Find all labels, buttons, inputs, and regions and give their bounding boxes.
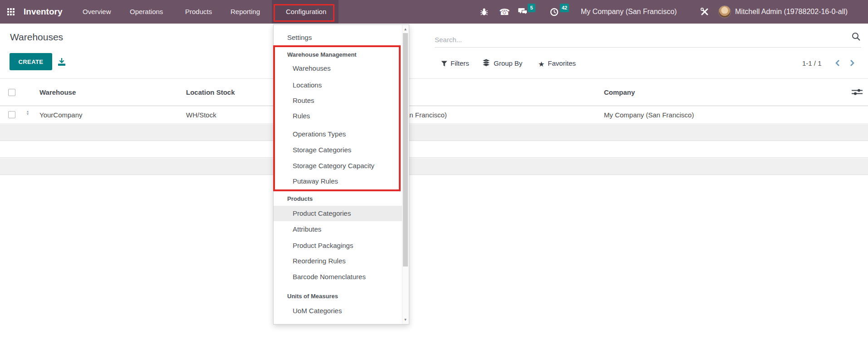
group-by-label: Group By bbox=[494, 59, 522, 67]
dropdown-scrollbar-thumb[interactable] bbox=[403, 33, 408, 266]
menu-item-barcode-nomenclatures[interactable]: Barcode Nomenclatures bbox=[293, 269, 366, 285]
menu-item-uom-categories[interactable]: UoM Categories bbox=[293, 303, 342, 319]
table-header-row: Warehouse Location Stock Company bbox=[0, 79, 868, 106]
row-drag-handle-icon[interactable]: ▲▼ bbox=[25, 110, 30, 116]
empty-stripe-3 bbox=[0, 158, 868, 175]
page-title: Warehouses bbox=[10, 32, 63, 43]
menu-section-warehouse-management: Warehouse Management bbox=[287, 47, 357, 63]
tools-icon[interactable] bbox=[700, 7, 709, 15]
optional-columns-sliders-icon[interactable] bbox=[851, 88, 863, 97]
nav-overview[interactable]: Overview bbox=[83, 0, 111, 24]
table-row[interactable]: ▲▼ YourCompany WH/Stock (San Francisco) … bbox=[0, 107, 868, 124]
empty-stripe-2 bbox=[0, 141, 868, 158]
nav-reporting[interactable]: Reporting bbox=[230, 0, 260, 24]
column-header-company[interactable]: Company bbox=[604, 79, 635, 106]
export-download-icon[interactable] bbox=[57, 58, 66, 68]
app-window: Inventory Overview Operations Products R… bbox=[0, 0, 868, 344]
menu-section-products: Products bbox=[287, 191, 313, 207]
favorites-label: Favorites bbox=[548, 59, 576, 67]
activity-count-badge[interactable]: 42 bbox=[560, 4, 569, 12]
configuration-dropdown-menu: Settings Warehouse Management Warehouses… bbox=[273, 24, 409, 325]
menu-item-storage-categories[interactable]: Storage Categories bbox=[293, 142, 351, 158]
menu-item-operations-types[interactable]: Operations Types bbox=[293, 126, 346, 142]
row-checkbox[interactable] bbox=[8, 111, 15, 118]
nav-configuration[interactable]: Configuration bbox=[286, 0, 326, 24]
pager-next-chevron[interactable] bbox=[850, 59, 855, 68]
scroll-down-arrow-icon[interactable]: ▼ bbox=[402, 318, 409, 322]
user-avatar[interactable] bbox=[718, 5, 731, 18]
favorites-button[interactable]: ★Favorites bbox=[538, 57, 576, 70]
menu-item-storage-category-capacity[interactable]: Storage Category Capacity bbox=[293, 158, 374, 174]
column-header-location-stock[interactable]: Location Stock bbox=[186, 79, 235, 106]
filters-button[interactable]: Filters bbox=[441, 57, 469, 70]
create-button[interactable]: CREATE bbox=[10, 53, 52, 70]
top-navbar: Inventory Overview Operations Products R… bbox=[0, 0, 868, 24]
pager-prev-chevron[interactable] bbox=[835, 59, 840, 68]
cell-location-stock[interactable]: WH/Stock bbox=[186, 107, 216, 123]
scroll-up-arrow-icon[interactable]: ▲ bbox=[402, 27, 409, 31]
empty-stripe-1 bbox=[0, 124, 868, 141]
company-switcher[interactable]: My Company (San Francisco) bbox=[581, 0, 677, 24]
messages-icon[interactable] bbox=[518, 8, 527, 16]
cell-warehouse[interactable]: YourCompany bbox=[39, 107, 83, 123]
user-menu[interactable]: Mitchell Admin (19788202-16-0-all) bbox=[735, 0, 848, 24]
menu-item-locations[interactable]: Locations bbox=[293, 78, 322, 93]
menu-item-settings[interactable]: Settings bbox=[287, 30, 312, 45]
messages-count-badge[interactable]: 5 bbox=[528, 4, 535, 12]
activity-clock-icon[interactable] bbox=[550, 8, 559, 16]
select-all-checkbox[interactable] bbox=[8, 89, 15, 96]
filters-label: Filters bbox=[451, 59, 469, 67]
menu-item-putaway-rules[interactable]: Putaway Rules bbox=[293, 174, 338, 189]
menu-item-routes[interactable]: Routes bbox=[293, 93, 314, 108]
phone-icon[interactable]: ☎ bbox=[499, 7, 508, 15]
menu-item-rules[interactable]: Rules bbox=[293, 108, 310, 124]
menu-item-reordering-rules[interactable]: Reordering Rules bbox=[293, 253, 346, 269]
bug-icon[interactable] bbox=[480, 8, 489, 16]
favorites-star-icon: ★ bbox=[538, 60, 544, 68]
menu-item-attributes[interactable]: Attributes bbox=[293, 222, 321, 237]
menu-item-product-categories[interactable]: Product Categories bbox=[293, 206, 351, 221]
column-header-warehouse[interactable]: Warehouse bbox=[39, 79, 76, 106]
pager-value: 1-1 / 1 bbox=[802, 57, 822, 70]
menu-item-warehouses[interactable]: Warehouses bbox=[293, 61, 331, 76]
group-by-button[interactable]: Group By bbox=[482, 57, 522, 70]
menu-item-product-packagings[interactable]: Product Packagings bbox=[293, 238, 353, 253]
menu-section-units-of-measures: Units of Measures bbox=[287, 289, 338, 304]
cell-company[interactable]: My Company (San Francisco) bbox=[604, 107, 694, 123]
app-title[interactable]: Inventory bbox=[24, 0, 63, 24]
search-underline bbox=[435, 47, 861, 48]
apps-grid-icon[interactable] bbox=[7, 8, 15, 16]
nav-products[interactable]: Products bbox=[185, 0, 212, 24]
search-magnifier-icon[interactable] bbox=[852, 32, 861, 43]
search-input[interactable] bbox=[435, 33, 845, 46]
nav-operations[interactable]: Operations bbox=[130, 0, 163, 24]
